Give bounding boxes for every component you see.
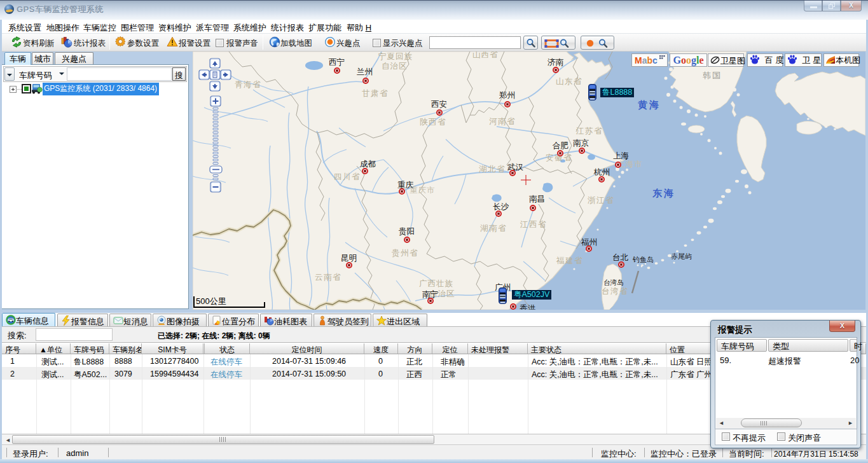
svg-text:福州: 福州	[581, 238, 597, 247]
svg-text:西安: 西安	[431, 100, 447, 109]
svg-text:郑州: 郑州	[499, 91, 515, 100]
svg-text:湖北省: 湖北省	[479, 165, 506, 174]
svg-text:武汉: 武汉	[507, 163, 524, 172]
svg-text:重庆市: 重庆市	[410, 186, 436, 195]
svg-text:钓鱼岛: 钓鱼岛	[632, 256, 654, 263]
svg-text:黄海: 黄海	[638, 99, 661, 110]
svg-text:甘肃省: 甘肃省	[362, 89, 389, 98]
svg-text:四川省: 四川省	[334, 172, 361, 181]
svg-text:福建省: 福建省	[556, 256, 583, 265]
svg-text:台湾省: 台湾省	[602, 287, 628, 296]
svg-text:重庆: 重庆	[397, 181, 414, 190]
svg-text:西宁: 西宁	[329, 58, 345, 67]
svg-text:自治区: 自治区	[382, 62, 408, 71]
svg-text:青海省: 青海省	[235, 80, 261, 89]
svg-text:湖南省: 湖南省	[480, 224, 507, 233]
svg-text:江苏省: 江苏省	[576, 127, 603, 135]
svg-text:上海: 上海	[613, 151, 630, 160]
svg-text:河南省: 河南省	[489, 117, 516, 126]
svg-text:陕西省: 陕西省	[420, 118, 446, 127]
svg-text:山东省: 山东省	[556, 77, 582, 86]
svg-text:贵州省: 贵州省	[392, 249, 418, 258]
svg-text:广西壮族: 广西壮族	[419, 279, 453, 288]
svg-text:济南: 济南	[548, 58, 564, 67]
svg-text:香洪: 香洪	[520, 304, 536, 310]
svg-text:成都: 成都	[360, 160, 376, 169]
svg-text:韩国: 韩国	[703, 71, 722, 80]
svg-text:台湾岛: 台湾岛	[603, 279, 624, 286]
svg-text:南京: 南京	[573, 139, 589, 148]
svg-text:台北: 台北	[612, 253, 629, 262]
svg-text:山西省: 山西省	[472, 52, 499, 59]
svg-text:500公里: 500公里	[196, 296, 226, 306]
svg-text:云南省: 云南省	[315, 273, 341, 282]
svg-text:兰州: 兰州	[357, 67, 373, 76]
svg-text:杭州: 杭州	[593, 168, 610, 177]
svg-text:昆明: 昆明	[341, 254, 357, 263]
svg-text:南昌: 南昌	[529, 195, 545, 204]
svg-text:江西省: 江西省	[520, 220, 547, 229]
svg-text:贵阳: 贵阳	[399, 227, 415, 236]
svg-text:东海: 东海	[652, 188, 675, 198]
svg-text:浙江省: 浙江省	[588, 196, 614, 205]
svg-text:南宁: 南宁	[422, 290, 438, 299]
svg-text:宁夏回族: 宁夏回族	[378, 52, 413, 61]
svg-text:赤尾屿: 赤尾屿	[671, 252, 692, 260]
svg-text:长沙: 长沙	[493, 202, 509, 211]
svg-text:合肥: 合肥	[552, 141, 568, 150]
